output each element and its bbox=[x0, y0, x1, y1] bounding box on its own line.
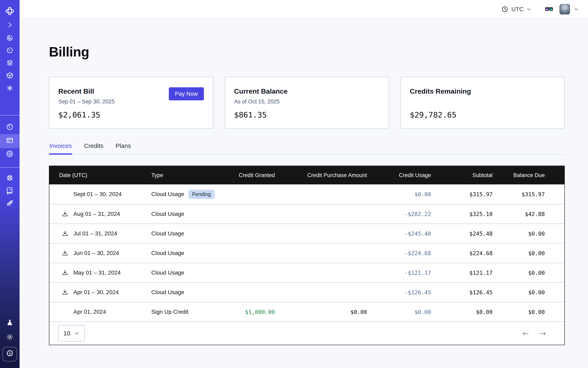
topbar: UTC bbox=[19, 0, 588, 19]
column-header-credit-granted: Credit Granted bbox=[221, 172, 275, 178]
credit-usage-value: $0.00 bbox=[367, 191, 431, 197]
sidebar-item-usage[interactable] bbox=[0, 121, 19, 134]
sidebar-item-experiments[interactable] bbox=[0, 318, 19, 329]
invoices-table: Date (UTC) Type Credit Granted Credit Pu… bbox=[49, 166, 565, 345]
dollar-badge-icon: $ bbox=[5, 349, 14, 359]
credits-remaining-card: Credits Remaining $29,782.65 bbox=[400, 77, 565, 129]
svg-text:$: $ bbox=[9, 351, 11, 355]
page-size-select[interactable]: 10 bbox=[58, 325, 85, 341]
column-header-credit-purchase: Credit Purchase Amount bbox=[275, 172, 367, 178]
timezone-label: UTC bbox=[511, 6, 524, 13]
invoice-type: Cloud Usage bbox=[151, 250, 184, 257]
subtotal-value: $224.68 bbox=[431, 250, 493, 257]
previous-page-button[interactable]: ← bbox=[522, 330, 529, 337]
sidebar-item-wheel[interactable] bbox=[0, 173, 19, 184]
tab-credits[interactable]: Credits bbox=[84, 142, 104, 154]
subtotal-value: $315.97 bbox=[431, 191, 493, 197]
download-invoice-icon[interactable] bbox=[62, 211, 69, 217]
sidebar-item-docs[interactable] bbox=[0, 186, 19, 197]
card-subtitle bbox=[410, 99, 555, 105]
cube-icon bbox=[6, 71, 14, 81]
download-invoice-icon[interactable] bbox=[62, 250, 69, 257]
pay-now-button[interactable]: Pay Now bbox=[169, 87, 204, 100]
sidebar-divider bbox=[0, 167, 19, 168]
brightness-sun-icon bbox=[6, 333, 14, 343]
sidebar-item-settings[interactable] bbox=[0, 148, 19, 161]
credit-usage-value: -$282.22 bbox=[367, 211, 431, 217]
page-title: Billing bbox=[49, 44, 565, 60]
docs-book-icon bbox=[6, 186, 14, 196]
download-invoice-icon[interactable] bbox=[62, 289, 69, 296]
chevron-down-icon bbox=[526, 7, 531, 12]
invoice-date: Apr 01, 2024 bbox=[73, 309, 106, 315]
logo-orbit-icon[interactable] bbox=[4, 6, 15, 16]
invoice-date: Jul 01 – 31, 2024 bbox=[73, 230, 117, 237]
invoice-type: Cloud Usage bbox=[151, 230, 184, 237]
sidebar-item-theme[interactable] bbox=[0, 332, 19, 343]
billing-tabs: Invoices Credits Plans bbox=[49, 142, 565, 155]
glasses-icon[interactable] bbox=[544, 4, 554, 14]
recent-bill-amount: $2,061.35 bbox=[58, 110, 204, 119]
wheel-icon bbox=[6, 174, 14, 184]
invoice-date: Apr 01 – 30, 2024 bbox=[73, 289, 119, 295]
balance-due-value: $0.00 bbox=[493, 309, 564, 315]
sidebar: $ bbox=[0, 0, 19, 368]
table-footer: 10 ← → bbox=[49, 322, 564, 345]
table-row[interactable]: Sept 01 – 30, 2024 Cloud Usage Pending $… bbox=[49, 184, 564, 204]
summary-cards: Recent Bill Sep 01 – Sep 30, 2025 $2,061… bbox=[49, 77, 565, 129]
radar-eye-icon bbox=[6, 33, 14, 43]
card-title: Current Balance bbox=[234, 87, 380, 95]
tab-plans[interactable]: Plans bbox=[115, 142, 131, 154]
pricing-button[interactable]: $ bbox=[2, 347, 17, 361]
column-header-credit-usage: Credit Usage bbox=[367, 172, 431, 178]
expand-sidebar-button[interactable] bbox=[0, 20, 19, 31]
page-size-value: 10 bbox=[63, 330, 70, 337]
download-invoice-icon[interactable] bbox=[62, 269, 69, 276]
sidebar-item-cube[interactable] bbox=[0, 71, 19, 82]
table-body: Sept 01 – 30, 2024 Cloud Usage Pending $… bbox=[49, 184, 564, 322]
balance-due-value: $0.00 bbox=[493, 230, 564, 237]
invoice-type: Cloud Usage bbox=[151, 191, 184, 197]
subtotal-value: $121.17 bbox=[431, 270, 493, 276]
clock-icon bbox=[501, 6, 508, 13]
credit-purchase-value: $0.00 bbox=[275, 309, 367, 315]
chevron-down-icon[interactable] bbox=[574, 7, 579, 12]
column-header-type: Type bbox=[151, 172, 221, 178]
layers-icon bbox=[6, 59, 14, 69]
balance-due-value: $315.97 bbox=[493, 191, 564, 197]
download-invoice-icon[interactable] bbox=[62, 230, 69, 237]
flask-icon bbox=[6, 319, 14, 328]
credit-usage-value: $0.00 bbox=[367, 309, 431, 315]
invoice-date: Aug 01 – 31, 2024 bbox=[73, 211, 120, 217]
table-row[interactable]: May 01 – 31, 2024 Cloud Usage -$121.17 $… bbox=[49, 263, 564, 282]
table-row[interactable]: Apr 01, 2024 Sign Up Credit $1,000.00 $0… bbox=[49, 302, 564, 322]
sidebar-item-history[interactable] bbox=[0, 45, 19, 57]
sidebar-item-layers[interactable] bbox=[0, 58, 19, 69]
table-row[interactable]: Jul 01 – 31, 2024 Cloud Usage -$245.48 $… bbox=[49, 224, 564, 243]
table-row[interactable]: Apr 01 – 30, 2024 Cloud Usage -$126.45 $… bbox=[49, 282, 564, 302]
credit-usage-value: -$126.45 bbox=[367, 289, 431, 295]
avatar[interactable] bbox=[560, 4, 570, 15]
sidebar-item-launch[interactable] bbox=[0, 198, 19, 210]
table-row[interactable]: Aug 01 – 31, 2024 Cloud Usage -$282.22 $… bbox=[49, 204, 564, 224]
status-badge: Pending bbox=[188, 190, 215, 199]
billing-page: Billing Recent Bill Sep 01 – Sep 30, 202… bbox=[19, 19, 588, 368]
credit-usage-value: -$224.68 bbox=[367, 250, 431, 257]
settings-gear-icon bbox=[6, 150, 14, 159]
current-balance-amount: $861.35 bbox=[234, 110, 380, 119]
column-header-balance-due: Balance Due bbox=[493, 172, 564, 178]
table-row[interactable]: Jun 01 – 30, 2024 Cloud Usage -$224.68 $… bbox=[49, 243, 564, 263]
subtotal-value: $0.00 bbox=[431, 309, 493, 315]
invoice-type: Cloud Usage bbox=[151, 289, 184, 295]
subtotal-value: $245.48 bbox=[431, 230, 493, 237]
balance-due-value: $0.00 bbox=[493, 289, 564, 295]
sidebar-item-asterisk[interactable] bbox=[0, 83, 19, 95]
next-page-button[interactable]: → bbox=[540, 330, 546, 337]
invoice-type: Sign Up Credit bbox=[151, 309, 188, 315]
timezone-selector[interactable]: UTC bbox=[501, 6, 531, 13]
sidebar-item-radar[interactable] bbox=[0, 33, 19, 44]
tab-invoices[interactable]: Invoices bbox=[49, 142, 72, 154]
card-title: Credits Remaining bbox=[410, 87, 555, 95]
sidebar-item-billing[interactable] bbox=[0, 134, 19, 148]
card-subtitle: As of Oct 15, 2025 bbox=[234, 99, 380, 105]
